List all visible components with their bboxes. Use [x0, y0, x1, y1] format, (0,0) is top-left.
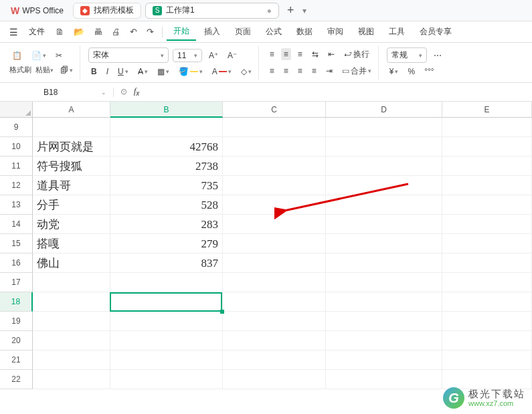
currency-icon[interactable]: ¥▾ [387, 66, 402, 78]
cell[interactable] [33, 331, 110, 350]
fx-icon[interactable]: fx [134, 86, 139, 97]
menu-member[interactable]: 会员专享 [413, 23, 458, 40]
tab-overflow-caret[interactable]: ▾ [302, 6, 306, 15]
increase-font-icon[interactable]: A⁺ [206, 49, 221, 62]
bold-icon[interactable]: B [88, 66, 100, 78]
cell[interactable] [223, 292, 326, 312]
row-header[interactable]: 12 [0, 176, 33, 195]
name-box[interactable]: B18 ⌄ [0, 88, 114, 97]
cell[interactable] [223, 157, 326, 176]
align-left-icon[interactable]: ≡ [267, 65, 277, 77]
align-center-icon[interactable]: ≡ [281, 65, 291, 77]
menu-tools[interactable]: 工具 [382, 23, 412, 40]
number-format-select[interactable]: 常规▾ [387, 47, 427, 63]
cut-icon[interactable]: ✂ [53, 49, 65, 62]
cell[interactable] [33, 312, 110, 331]
hamburger-icon[interactable]: ☰ [5, 27, 22, 37]
row-header[interactable]: 11 [0, 157, 33, 176]
justify-icon[interactable]: ≡ [309, 65, 319, 77]
cell[interactable]: 283 [110, 215, 223, 234]
align-bottom-icon[interactable]: ≡ [295, 48, 305, 60]
cell[interactable] [442, 195, 532, 215]
tab-workbook[interactable]: S 工作簿1 ● [145, 3, 279, 19]
new-icon[interactable]: 🗎 [52, 24, 68, 39]
cancel-formula-icon[interactable]: ⊙ [120, 87, 127, 96]
cell[interactable]: 分手 [33, 195, 110, 215]
cell[interactable] [442, 176, 532, 195]
cell[interactable]: 佛山 [33, 253, 110, 273]
cell[interactable]: 符号搜狐 [33, 157, 110, 176]
cell[interactable] [326, 273, 442, 292]
cell[interactable]: 42768 [110, 137, 223, 157]
align-top-icon[interactable]: ≡ [267, 48, 277, 60]
decrease-font-icon[interactable]: A⁻ [225, 49, 240, 62]
cell[interactable]: 735 [110, 176, 223, 195]
cell[interactable] [223, 234, 326, 253]
cell[interactable] [326, 312, 442, 331]
row-header[interactable]: 17 [0, 273, 33, 292]
format-painter-label[interactable]: 格式刷 [9, 65, 31, 75]
cell[interactable] [326, 350, 442, 370]
cell[interactable] [110, 312, 223, 331]
save-icon[interactable]: 🖶 [90, 24, 106, 39]
cell[interactable] [223, 195, 326, 215]
cell[interactable]: 动党 [33, 215, 110, 234]
cell[interactable] [223, 118, 326, 137]
row-header[interactable]: 15 [0, 234, 33, 253]
row-header[interactable]: 21 [0, 350, 33, 370]
indent-inc-icon[interactable]: ⇥ [323, 65, 335, 77]
cell[interactable] [326, 253, 442, 273]
cell[interactable] [326, 118, 442, 137]
cell[interactable] [326, 292, 442, 312]
more-icon[interactable]: ⋯ [431, 49, 444, 62]
row-header[interactable]: 9 [0, 118, 33, 137]
fill-handle[interactable] [220, 310, 224, 314]
cell[interactable] [223, 253, 326, 273]
cell[interactable] [442, 331, 532, 350]
col-header-B[interactable]: B [110, 102, 223, 118]
cell[interactable]: 528 [110, 195, 223, 215]
menu-file[interactable]: 文件 [23, 26, 50, 37]
fill-color-icon[interactable]: 🪣▾ [176, 66, 205, 78]
cell[interactable]: 片网页就是 [33, 137, 110, 157]
tab-templates[interactable]: ◆ 找稻壳模板 [73, 3, 141, 19]
menu-start[interactable]: 开始 [167, 23, 196, 41]
new-tab-button[interactable]: + [283, 3, 298, 17]
underline-icon[interactable]: U▾ [115, 66, 131, 78]
cell[interactable] [223, 273, 326, 292]
cell[interactable] [442, 118, 532, 137]
cell[interactable] [326, 234, 442, 253]
cell[interactable] [442, 253, 532, 273]
italic-icon[interactable]: I [104, 66, 111, 78]
cell[interactable] [442, 157, 532, 176]
cell[interactable] [223, 312, 326, 331]
row-header[interactable]: 10 [0, 137, 33, 157]
cell[interactable] [223, 331, 326, 350]
cell[interactable] [326, 331, 442, 350]
redo-icon[interactable]: ↷ [143, 24, 158, 39]
cell[interactable] [110, 331, 223, 350]
cell[interactable]: 2738 [110, 157, 223, 176]
cell[interactable] [110, 350, 223, 370]
paste-label[interactable]: 粘贴▾ [35, 65, 54, 75]
cell[interactable] [442, 292, 532, 312]
col-header-C[interactable]: C [223, 102, 326, 118]
percent-icon[interactable]: % [405, 66, 418, 78]
cell[interactable] [442, 312, 532, 331]
cell[interactable] [110, 370, 223, 389]
menu-insert[interactable]: 插入 [197, 23, 227, 40]
cell[interactable] [326, 370, 442, 389]
menu-page[interactable]: 页面 [228, 23, 258, 40]
border-icon[interactable]: ▦▾ [155, 66, 172, 78]
col-header-D[interactable]: D [326, 102, 442, 118]
col-header-A[interactable]: A [33, 102, 110, 118]
row-header[interactable]: 14 [0, 215, 33, 234]
menu-view[interactable]: 视图 [351, 23, 381, 40]
undo-icon[interactable]: ↶ [126, 24, 141, 39]
cell[interactable] [326, 157, 442, 176]
cell[interactable]: 道具哥 [33, 176, 110, 195]
cell[interactable] [326, 137, 442, 157]
font-color-icon[interactable]: A▾ [209, 66, 234, 78]
cell[interactable]: 279 [110, 234, 223, 253]
cell[interactable] [110, 273, 223, 292]
